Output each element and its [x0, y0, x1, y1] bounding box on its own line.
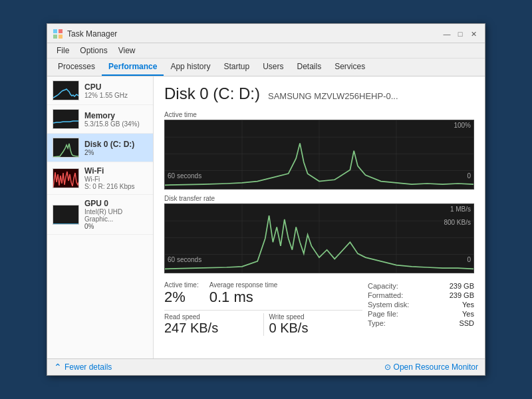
monitor-icon: ⊙ — [384, 362, 391, 372]
gpu0-info: GPU 0 Intel(R) UHD Graphic... 0% — [84, 199, 148, 230]
svg-rect-2 — [53, 35, 57, 39]
task-manager-window: Task Manager — □ ✕ File Options View Pro… — [47, 23, 485, 376]
sidebar-item-wifi[interactable]: Wi-Fi Wi-Fi S: 0 R: 216 Kbps — [47, 162, 153, 195]
svg-rect-3 — [59, 35, 63, 39]
gpu0-sub: Intel(R) UHD Graphic... — [84, 208, 148, 223]
sidebar-item-cpu[interactable]: CPU 12% 1.55 GHz — [47, 76, 153, 105]
tab-users[interactable]: Users — [256, 59, 290, 76]
tab-bar: Processes Performance App history Startu… — [47, 59, 485, 76]
title-bar-left: Task Manager — [53, 29, 117, 39]
active-time-stat-value: 2% — [164, 289, 199, 306]
gpu0-pct: 0% — [84, 223, 148, 230]
main-panel: Disk 0 (C: D:) SAMSUNG MZVLW256HEHP-0...… — [154, 76, 485, 358]
transfer-max: 1 MB/s — [450, 205, 471, 213]
write-speed-stat: Write speed 0 KB/s — [264, 313, 363, 336]
tab-details[interactable]: Details — [290, 59, 328, 76]
gpu0-name: GPU 0 — [84, 199, 148, 208]
read-speed-label: Read speed — [164, 313, 258, 321]
main-header: Disk 0 (C: D:) SAMSUNG MZVLW256HEHP-0... — [164, 84, 474, 103]
page-file-value: Yes — [462, 310, 474, 318]
read-speed-value: 247 KB/s — [164, 321, 258, 336]
tab-startup[interactable]: Startup — [217, 59, 256, 76]
system-disk-row: System disk: Yes — [368, 300, 474, 309]
tab-processes[interactable]: Processes — [51, 59, 102, 76]
memory-info: Memory 5.3/15.8 GB (34%) — [84, 111, 148, 128]
stats-section: Active time: 2% Average response time 0.… — [164, 281, 474, 336]
chevron-up-icon: ⌃ — [54, 362, 62, 372]
left-stats: Active time: 2% Average response time 0.… — [164, 281, 362, 336]
speed-stats-row: Read speed 247 KB/s Write speed 0 KB/s — [164, 310, 362, 336]
transfer-min: 0 — [467, 256, 471, 263]
active-time-chart: 100% 60 seconds 0 — [164, 120, 474, 190]
cpu-name: CPU — [84, 82, 148, 92]
page-file-row: Page file: Yes — [368, 309, 474, 319]
active-time-stat-label: Active time: — [164, 281, 199, 289]
disk-subtitle: SAMSUNG MZVLW256HEHP-0... — [268, 91, 398, 101]
disk-thumbnail — [53, 138, 79, 158]
memory-name: Memory — [84, 111, 148, 120]
active-time-min: 0 — [467, 172, 471, 180]
capacity-row: Capacity: 239 GB — [368, 281, 474, 291]
formatted-row: Formatted: 239 GB — [368, 291, 474, 300]
type-row: Type: SSD — [368, 319, 474, 328]
wifi-sub: Wi-Fi — [84, 176, 148, 183]
write-speed-label: Write speed — [269, 313, 363, 321]
menu-file[interactable]: File — [51, 45, 74, 57]
sidebar-item-gpu0[interactable]: GPU 0 Intel(R) UHD Graphic... 0% — [47, 195, 153, 235]
menu-bar: File Options View — [47, 43, 485, 59]
formatted-label: Formatted: — [368, 291, 403, 299]
wifi-thumbnail — [53, 168, 79, 188]
formatted-value: 239 GB — [450, 291, 474, 299]
avg-response-label: Average response time — [209, 281, 278, 289]
active-time-stat: Active time: 2% — [164, 281, 199, 306]
active-time-time: 60 seconds — [168, 172, 201, 180]
open-resource-monitor-label: Open Resource Monitor — [394, 362, 478, 372]
capacity-label: Capacity: — [368, 282, 398, 290]
maximize-button[interactable]: □ — [454, 28, 466, 40]
avg-response-value: 0.1 ms — [209, 289, 278, 306]
fewer-details-link[interactable]: ⌃ Fewer details — [54, 362, 112, 372]
system-disk-label: System disk: — [368, 301, 409, 309]
disk0-name: Disk 0 (C: D:) — [84, 140, 148, 149]
cpu-sub: 12% 1.55 GHz — [84, 92, 148, 99]
tab-app-history[interactable]: App history — [164, 59, 217, 76]
window-controls: — □ ✕ — [441, 28, 479, 40]
wifi-name: Wi-Fi — [84, 166, 148, 176]
write-speed-value: 0 KB/s — [269, 321, 363, 336]
content-area: CPU 12% 1.55 GHz Memory 5.3/15.8 GB (34%… — [47, 76, 485, 358]
fewer-details-label: Fewer details — [65, 362, 112, 372]
transfer-time: 60 seconds — [168, 256, 201, 263]
open-resource-monitor-link[interactable]: ⊙ Open Resource Monitor — [384, 362, 478, 372]
system-disk-value: Yes — [462, 301, 474, 309]
bottom-bar: ⌃ Fewer details ⊙ Open Resource Monitor — [47, 358, 485, 375]
sidebar-item-memory[interactable]: Memory 5.3/15.8 GB (34%) — [47, 105, 153, 134]
active-time-max: 100% — [454, 122, 471, 129]
sidebar: CPU 12% 1.55 GHz Memory 5.3/15.8 GB (34%… — [47, 76, 154, 358]
sidebar-item-disk0[interactable]: Disk 0 (C: D:) 2% — [47, 134, 153, 162]
active-time-label: Active time — [164, 111, 474, 118]
wifi-info: Wi-Fi Wi-Fi S: 0 R: 216 Kbps — [84, 166, 148, 190]
svg-rect-1 — [59, 29, 63, 33]
transfer-rate-label: Disk transfer rate — [164, 195, 474, 202]
active-time-section: Active time 100% 60 seconds 0 — [164, 111, 474, 190]
memory-thumbnail — [53, 109, 79, 129]
disk0-info: Disk 0 (C: D:) 2% — [84, 140, 148, 156]
menu-view[interactable]: View — [113, 45, 141, 57]
minimize-button[interactable]: — — [441, 28, 453, 40]
right-stats: Capacity: 239 GB Formatted: 239 GB Syste… — [368, 281, 474, 336]
page-file-label: Page file: — [368, 310, 398, 318]
type-label: Type: — [368, 319, 386, 327]
capacity-value: 239 GB — [450, 282, 474, 290]
window-title: Task Manager — [67, 29, 117, 39]
title-bar: Task Manager — □ ✕ — [47, 24, 485, 43]
avg-response-stat: Average response time 0.1 ms — [209, 281, 278, 306]
tab-services[interactable]: Services — [328, 59, 372, 76]
wifi-speed: S: 0 R: 216 Kbps — [84, 183, 148, 190]
app-icon — [53, 29, 63, 39]
cpu-thumbnail — [53, 80, 79, 100]
menu-options[interactable]: Options — [74, 45, 112, 57]
type-value: SSD — [459, 319, 474, 327]
top-stats-row: Active time: 2% Average response time 0.… — [164, 281, 362, 306]
close-button[interactable]: ✕ — [467, 28, 479, 40]
tab-performance[interactable]: Performance — [102, 59, 164, 76]
